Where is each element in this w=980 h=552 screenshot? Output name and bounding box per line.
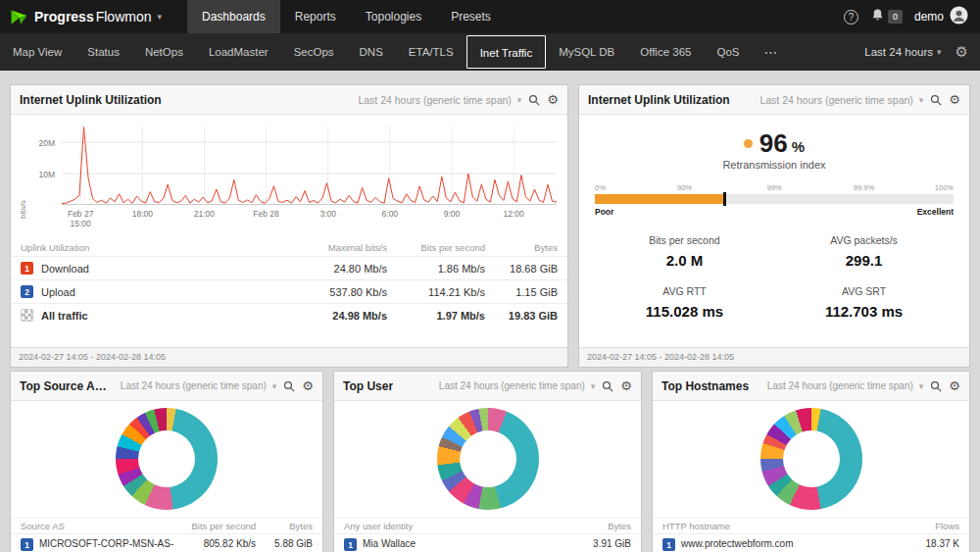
nav-presets[interactable]: Presets [436, 0, 506, 33]
chevron-down-icon: ▾ [158, 12, 163, 22]
col-header: Flows [891, 521, 959, 531]
panel-title: Top Source Auto... [20, 379, 107, 393]
series-badge: 1 [344, 538, 357, 551]
gear-icon[interactable]: ⚙ [620, 379, 632, 392]
timespan-dropdown[interactable]: Last 24 hours (generic time span) ▾ [439, 380, 596, 391]
brand-flowmon: Flowmon [96, 9, 152, 25]
table-row-all-traffic[interactable]: All traffic 24.98 Mb/s 1.97 Mb/s 19.83 G… [11, 303, 567, 326]
search-icon[interactable] [528, 94, 540, 106]
tab-netops[interactable]: NetOps [132, 34, 196, 70]
username: demo [914, 10, 944, 24]
tab-office-365[interactable]: Office 365 [627, 34, 704, 70]
time-range-dropdown[interactable]: Last 24 hours ▾ [864, 46, 941, 58]
donut-area [334, 404, 641, 514]
tab-inet-traffic[interactable]: Inet Traffic [466, 35, 546, 69]
notifications-button[interactable]: 0 [870, 8, 903, 26]
panel-header: Internet Uplink Utilization Last 24 hour… [579, 85, 969, 115]
panel-header: Top Hostnames Last 24 hours (generic tim… [653, 372, 969, 401]
table-row[interactable]: 1 Mia Wallace 3.91 GiB [334, 533, 641, 552]
brand-menu[interactable]: Progress Flowmon ▾ [10, 8, 162, 26]
col-header: Bits per second [175, 521, 256, 531]
row-label: Download [41, 263, 89, 275]
panel-internet-uplink-utilization-retransmission: Internet Uplink Utilization Last 24 hour… [578, 84, 970, 368]
gear-icon[interactable]: ⚙ [949, 93, 960, 106]
col-header: Bytes [485, 242, 558, 253]
top-source-donut-chart[interactable] [116, 408, 218, 510]
tab-dns[interactable]: DNS [347, 34, 396, 70]
chevron-down-icon: ▾ [919, 95, 924, 105]
timespan-dropdown[interactable]: Last 24 hours (generic time span) ▾ [767, 380, 924, 391]
help-icon[interactable]: ? [844, 10, 858, 25]
table-row-download[interactable]: 1 Download 24.80 Mb/s 1.86 Mb/s 18.68 Gi… [11, 256, 567, 279]
row-label: Mia Wallace [363, 538, 416, 551]
timespan-dropdown[interactable]: Last 24 hours (generic time span) ▾ [121, 380, 277, 391]
topbar-actions: ? 0 demo [844, 6, 968, 28]
panel-header: Top Source Auto... Last 24 hours (generi… [11, 372, 322, 401]
chevron-down-icon: ▾ [937, 47, 942, 57]
nav-reports[interactable]: Reports [280, 0, 351, 33]
timespan-dropdown[interactable]: Last 24 hours (generic time span) ▾ [760, 94, 923, 106]
stat-bits-per-second: Bits per second 2.0 M [595, 234, 774, 269]
cell-bps: 1.86 Mb/s [387, 263, 485, 275]
time-window-footer: 2024-02-27 14:05 - 2024-02-28 14:05 [11, 347, 567, 367]
tab-loadmaster[interactable]: LoadMaster [196, 34, 281, 70]
tab-status[interactable]: Status [74, 34, 132, 70]
gauge-marker [723, 192, 726, 206]
gauge-end-labels: Poor Excellent [595, 207, 954, 217]
nav-topologies[interactable]: Topologies [351, 0, 436, 33]
more-tabs-icon[interactable]: ⋯ [752, 44, 791, 60]
cell-maximal: 537.80 Kb/s [277, 286, 387, 298]
search-icon[interactable] [930, 380, 942, 392]
uplink-chart-area: bits/s 20M10M Feb 2715:0018:0021:00Feb 2… [19, 126, 560, 232]
table-row[interactable]: 1 www.protectwebform.com 18.37 K [653, 533, 969, 552]
col-header: HTTP hostname [662, 521, 891, 531]
donut-area [11, 404, 322, 514]
top-user-donut-chart[interactable] [437, 408, 539, 510]
timespan-label: Last 24 hours (generic time span) [439, 380, 585, 391]
tab-map-view[interactable]: Map View [0, 34, 74, 70]
donut-hole [138, 430, 195, 487]
timespan-label: Last 24 hours (generic time span) [767, 380, 913, 391]
uplink-timeseries-chart[interactable] [62, 126, 557, 205]
timespan-label: Last 24 hours (generic time span) [121, 380, 267, 391]
cell-bps: 1.97 Mb/s [387, 310, 485, 322]
bell-icon [870, 8, 885, 26]
search-icon[interactable] [283, 380, 295, 392]
x-axis-ticks: Feb 2715:0018:0021:00Feb 283:006:009:001… [62, 209, 557, 230]
top-hostnames-donut-chart[interactable] [760, 408, 862, 510]
status-dot-icon [744, 139, 753, 148]
gauge-bar [595, 194, 954, 204]
table-row[interactable]: 1 MICROSOFT-CORP-MSN-AS-BLOCK 805.82 Kb/… [11, 533, 322, 552]
cell-bytes: 5.88 GiB [256, 538, 313, 549]
timespan-dropdown[interactable]: Last 24 hours (generic time span) ▾ [358, 94, 521, 106]
gauge-min-label: Poor [595, 207, 613, 217]
search-icon[interactable] [602, 380, 613, 392]
gear-icon[interactable]: ⚙ [956, 43, 968, 61]
cell-maximal: 24.80 Mb/s [277, 263, 387, 275]
main-nav: Dashboards Reports Topologies Presets [187, 0, 506, 33]
retransmission-gauge: 0%90%99%99.9%100% Poor Excellent [595, 183, 954, 217]
table-row-upload[interactable]: 2 Upload 537.80 Kb/s 114.21 Kb/s 1.15 Gi… [11, 279, 567, 303]
search-icon[interactable] [930, 94, 942, 106]
panel-title: Internet Uplink Utilization [588, 93, 730, 107]
gear-icon[interactable]: ⚙ [949, 379, 960, 392]
row-label: Upload [41, 286, 75, 298]
retransmission-value: 96 % [579, 130, 969, 156]
col-header: Any user identity [344, 521, 563, 531]
nav-dashboards[interactable]: Dashboards [187, 0, 280, 33]
tabbar-actions: Last 24 hours ▾ ⚙ [864, 43, 968, 61]
stat-avg-srt: AVG SRT 112.703 ms [774, 285, 954, 320]
gear-icon[interactable]: ⚙ [302, 379, 314, 392]
panel-header: Internet Uplink Utilization Last 24 hour… [11, 85, 567, 115]
tab-secops[interactable]: SecOps [281, 34, 347, 70]
user-menu[interactable]: demo [914, 6, 968, 28]
tab-eta-tls[interactable]: ETA/TLS [396, 34, 466, 70]
tab-qos[interactable]: QoS [704, 34, 752, 70]
tab-mysql-db[interactable]: MySQL DB [546, 34, 627, 70]
time-range-label: Last 24 hours [864, 46, 933, 58]
panel-title: Top User [343, 379, 393, 393]
row-label: www.protectwebform.com [681, 538, 793, 551]
gear-icon[interactable]: ⚙ [547, 93, 559, 106]
row-label: MICROSOFT-CORP-MSN-AS-BLOCK [39, 538, 175, 552]
chevron-down-icon: ▾ [272, 381, 277, 391]
